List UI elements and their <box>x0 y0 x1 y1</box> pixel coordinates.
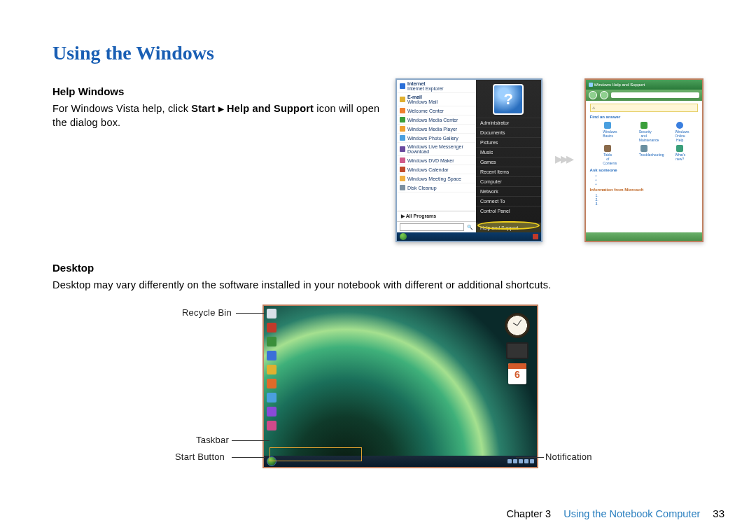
slideshow-gadget-icon <box>506 342 528 359</box>
sm-internet-sub: Internet Explorer <box>407 86 444 91</box>
hw-title: Windows Help and Support <box>594 83 645 87</box>
desktop-illustration: 6 <box>262 304 538 468</box>
sm-item: Windows Meeting Space <box>407 176 461 181</box>
sm-all-programs: All Programs <box>406 214 437 218</box>
hw-ask: Ask someone <box>590 168 698 172</box>
help-heading: Help Windows <box>52 85 382 97</box>
arrow-right-icon: ▸▸▸ <box>555 150 572 168</box>
sm-right-item: Games <box>476 157 541 167</box>
sm-item: Windows Photo Gallery <box>407 136 458 141</box>
book-icon <box>604 145 611 152</box>
wrench-icon <box>640 145 648 152</box>
desktop-icon <box>267 379 276 388</box>
desktop-icon <box>267 365 276 374</box>
sm-internet: Internet <box>407 81 426 86</box>
help-support-window-illustration: Windows Help and Support ⚠ Find an answe… <box>584 78 704 242</box>
calendar-day: 6 <box>508 369 526 380</box>
text-bold: Start <box>191 103 215 114</box>
power-icon <box>533 234 538 239</box>
desktop-icon <box>267 393 276 402</box>
sm-right-item: Control Panel <box>476 206 541 216</box>
desktop-heading: Desktop <box>52 262 704 274</box>
leader-line <box>232 440 270 441</box>
sm-item: Disk Cleanup <box>407 186 437 190</box>
sm-right-item: Pictures <box>476 137 541 147</box>
sm-item: Windows DVD Maker <box>407 158 454 163</box>
hw-list: • • • <box>590 174 698 186</box>
sm-email: E-mail <box>407 94 422 99</box>
hw-icon-label: Troubleshooting <box>639 153 664 157</box>
globe-icon <box>676 122 683 129</box>
label-taskbar: Taskbar <box>196 435 229 445</box>
sm-item: Windows Live Messenger Download <box>407 144 473 154</box>
sm-right-item: Computer <box>476 176 541 186</box>
taskbar-highlight-box <box>270 447 362 461</box>
calendar-gadget-icon: 6 <box>508 363 526 384</box>
desktop-icon <box>267 421 276 430</box>
start-orb-icon <box>400 233 407 240</box>
monitor-icon <box>604 122 611 129</box>
sm-email-sub: Windows Mail <box>407 99 438 104</box>
hw-icon-label: What's new? <box>675 153 685 161</box>
desktop-icon <box>267 351 276 360</box>
help-paragraph: For Windows Vista help, click Start ▶ He… <box>52 102 382 130</box>
hw-icon-label: Table of Contents <box>603 153 617 165</box>
leader-line <box>516 457 544 458</box>
recycle-bin-icon <box>267 309 276 318</box>
sm-item: Welcome Center <box>407 108 444 113</box>
hw-find: Find an answer <box>590 115 698 119</box>
page-title: Using the Windows <box>52 42 704 64</box>
page-footer: Chapter 3 Using the Notebook Computer 33 <box>507 507 725 519</box>
help-icon: ? <box>493 84 524 115</box>
sm-right-item: Network <box>476 186 541 196</box>
warning-banner: ⚠ <box>590 104 698 112</box>
highlight-ellipse-icon <box>477 221 540 230</box>
sm-right-item: Connect To <box>476 196 541 206</box>
desktop-paragraph: Desktop may vary differently on the soft… <box>52 278 704 292</box>
hw-search <box>611 92 699 98</box>
sm-item: Windows Media Center <box>407 118 458 122</box>
label-recycle-bin: Recycle Bin <box>182 307 232 318</box>
hw-icon-label: Windows Online Help <box>675 130 689 142</box>
sm-item: Windows Calendar <box>407 167 449 172</box>
back-icon <box>589 91 597 99</box>
app-icon <box>589 83 593 87</box>
start-menu-illustration: InternetInternet Explorer E-mailWindows … <box>396 78 542 242</box>
hw-info: Information from Microsoft <box>590 188 698 192</box>
leader-line <box>232 457 265 458</box>
triangle-icon: ▶ <box>218 105 224 113</box>
sm-right-item: Music <box>476 147 541 157</box>
label-notification: Notification <box>545 451 592 462</box>
desktop-icon <box>267 407 276 416</box>
footer-chapter-title: Using the Notebook Computer <box>564 508 700 519</box>
sm-item: Windows Media Player <box>407 127 457 132</box>
leader-line <box>236 313 265 314</box>
hw-list: 1. 2. 3. <box>590 193 698 206</box>
sm-right-item: Documents <box>476 127 541 137</box>
desktop-icon <box>267 323 276 332</box>
text: For Windows Vista help, click <box>52 103 191 114</box>
forward-icon <box>600 91 608 99</box>
sm-right-item: Administrator <box>476 118 541 127</box>
hw-icon-label: Security and Maintenance <box>639 130 659 142</box>
star-icon <box>676 145 683 152</box>
clock-gadget-icon <box>505 313 530 338</box>
sm-search <box>400 223 464 231</box>
hw-footer <box>586 232 702 241</box>
sm-right-item: Recent Items <box>476 167 541 176</box>
hw-icon-label: Windows Basics <box>603 130 617 138</box>
text-bold: Help and Support <box>227 103 314 114</box>
footer-page-number: 33 <box>713 507 724 519</box>
desktop-icon <box>267 337 276 346</box>
notification-tray <box>507 459 534 463</box>
label-start-button: Start Button <box>175 451 225 462</box>
shield-icon <box>640 122 648 129</box>
footer-chapter: Chapter 3 <box>507 508 552 519</box>
